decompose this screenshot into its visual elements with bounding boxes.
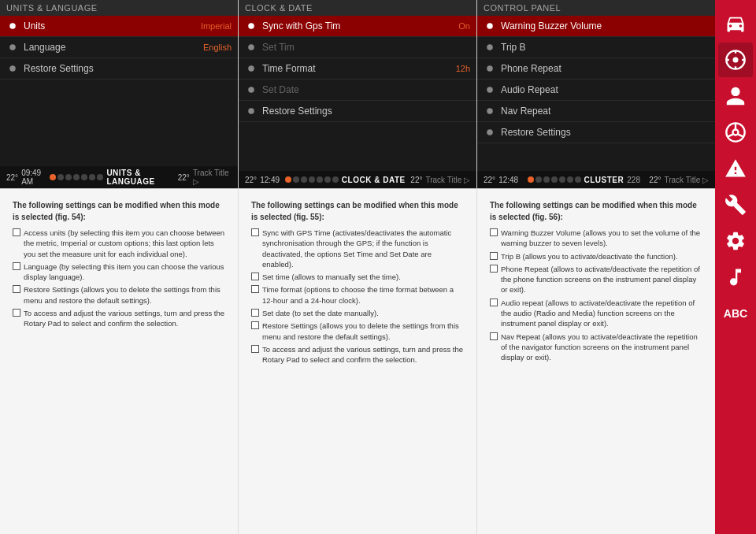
bullet-box-2 bbox=[251, 285, 259, 293]
main-content: Units & LanguageUnitsImperialLanguageEng… bbox=[0, 0, 715, 534]
menu-item-value-1: English bbox=[203, 43, 232, 52]
bullet-item-2-2: Phone Repeat (allows to activate/deactiv… bbox=[490, 264, 702, 295]
status-title: CLUSTER bbox=[584, 176, 624, 184]
bullet-text-0: Sync with GPS Time (activates/deactivate… bbox=[262, 228, 464, 269]
menu-item-text-0: Warning Buzzer Volume bbox=[501, 20, 709, 32]
menu-item-icon-4 bbox=[245, 105, 258, 117]
bullet-text-4: Restore Settings (allows you to delete t… bbox=[262, 321, 464, 342]
svg-point-5 bbox=[248, 65, 254, 72]
menu-item-icon-3 bbox=[484, 83, 496, 96]
menu-item-text-3: Audio Repeat bbox=[501, 84, 709, 95]
status-center: UNITS & LANGUAGE bbox=[50, 169, 177, 186]
dot-2 bbox=[543, 176, 550, 183]
bullet-item-2-0: Warning Buzzer Volume (allows you to set… bbox=[490, 228, 702, 249]
menu-item-clock-date-4[interactable]: Restore Settings bbox=[239, 101, 476, 122]
panel-title-clock-date: Clock & Date bbox=[239, 0, 476, 16]
status-dots bbox=[50, 174, 103, 180]
panel-cluster: Control panelWarning Buzzer VolumeTrip B… bbox=[477, 0, 715, 188]
menu-item-value-0: Imperial bbox=[201, 21, 232, 31]
bullet-text-2: Restore Settings (allows you to delete t… bbox=[24, 284, 225, 306]
svg-point-8 bbox=[487, 23, 493, 29]
top-panels: Units & LanguageUnitsImperialLanguageEng… bbox=[0, 0, 715, 189]
menu-item-icon-1 bbox=[484, 41, 496, 54]
wrench-icon[interactable] bbox=[718, 187, 753, 222]
bullet-item-1-4: Restore Settings (allows you to delete t… bbox=[251, 321, 464, 342]
panel-title-units-language: Units & Language bbox=[0, 0, 238, 16]
menu-item-icon-2 bbox=[484, 62, 496, 75]
dot-5 bbox=[324, 176, 331, 183]
dashboard-icon[interactable] bbox=[718, 43, 753, 77]
bullet-item-2-4: Nav Repeat (allows you to activate/deact… bbox=[490, 332, 702, 363]
dot-0 bbox=[50, 174, 56, 180]
bullet-item-1-2: Time format (options to choose the time … bbox=[251, 284, 464, 306]
bullet-text-0: Warning Buzzer Volume (allows you to set… bbox=[501, 228, 702, 249]
menu-item-icon-0 bbox=[484, 20, 496, 32]
svg-point-13 bbox=[487, 129, 493, 135]
menu-item-icon-2 bbox=[6, 62, 19, 75]
bullet-box-0 bbox=[13, 228, 20, 236]
menu-item-text-1: Language bbox=[24, 42, 203, 53]
menu-list-units-language: UnitsImperialLanguageEnglishRestore Sett… bbox=[0, 16, 238, 166]
bullet-text-3: Audio repeat (allows to activate/deactiv… bbox=[501, 298, 702, 329]
status-subtitle: 228 bbox=[627, 176, 640, 184]
menu-item-clock-date-1[interactable]: Set Tim bbox=[239, 37, 476, 58]
menu-item-cluster-5[interactable]: Restore Settings bbox=[477, 122, 715, 143]
bullet-text-3: To access and adjust the various setting… bbox=[24, 308, 225, 329]
status-bar-clock-date: 22°12:49CLOCK & DATE22°Track Title ▷ bbox=[239, 171, 476, 188]
bullet-text-1: Language (by selecting this item you can… bbox=[24, 261, 225, 283]
bullet-item-1-1: Set time (allows to manually set the tim… bbox=[251, 272, 464, 282]
person-icon[interactable] bbox=[718, 79, 753, 113]
menu-item-icon-4 bbox=[484, 105, 496, 117]
bullet-text-3: Set date (to set the date manually). bbox=[262, 308, 379, 318]
bullet-text-4: Nav Repeat (allows you to activate/deact… bbox=[501, 332, 702, 363]
dot-4 bbox=[81, 174, 87, 180]
menu-item-text-2: Time Format bbox=[262, 63, 456, 74]
dot-0 bbox=[528, 176, 534, 183]
menu-item-cluster-4[interactable]: Nav Repeat bbox=[477, 101, 715, 122]
status-bar-cluster: 22°12:48CLUSTER 22822°Track Title ▷ bbox=[477, 171, 715, 188]
music-icon[interactable] bbox=[718, 260, 753, 295]
menu-item-cluster-3[interactable]: Audio Repeat bbox=[477, 80, 715, 101]
menu-item-text-3: Set Date bbox=[262, 84, 470, 95]
temp-right: 22° bbox=[178, 173, 190, 182]
menu-item-text-2: Phone Repeat bbox=[501, 63, 709, 74]
bullet-box-0 bbox=[251, 228, 259, 236]
bullet-item-0-3: To access and adjust the various setting… bbox=[13, 308, 225, 329]
svg-point-15 bbox=[733, 57, 739, 63]
menu-item-clock-date-3[interactable]: Set Date bbox=[239, 80, 476, 101]
menu-list-cluster: Warning Buzzer VolumeTrip BPhone RepeatA… bbox=[477, 16, 715, 171]
menu-item-cluster-0[interactable]: Warning Buzzer Volume bbox=[477, 16, 715, 37]
menu-item-units-language-2[interactable]: Restore Settings bbox=[0, 58, 238, 80]
menu-item-units-language-1[interactable]: LanguageEnglish bbox=[0, 37, 238, 58]
menu-item-icon-0 bbox=[245, 20, 258, 32]
menu-item-units-language-0[interactable]: UnitsImperial bbox=[0, 16, 238, 37]
car-icon[interactable] bbox=[718, 6, 753, 41]
bullet-box-4 bbox=[490, 332, 498, 340]
svg-point-11 bbox=[487, 87, 493, 93]
dot-5 bbox=[89, 174, 95, 180]
menu-item-clock-date-0[interactable]: Sync with Gps TimOn bbox=[239, 16, 476, 37]
status-dots bbox=[285, 176, 339, 183]
gear-icon[interactable] bbox=[718, 224, 753, 258]
menu-item-icon-5 bbox=[484, 126, 496, 139]
svg-point-3 bbox=[248, 23, 254, 29]
abc-label: ABC bbox=[724, 307, 747, 320]
track-info: Track Title ▷ bbox=[193, 169, 232, 186]
menu-item-value-2: 12h bbox=[456, 64, 470, 73]
menu-item-clock-date-2[interactable]: Time Format12h bbox=[239, 58, 476, 80]
svg-point-12 bbox=[487, 108, 493, 114]
menu-item-cluster-2[interactable]: Phone Repeat bbox=[477, 58, 715, 80]
menu-item-cluster-1[interactable]: Trip B bbox=[477, 37, 715, 58]
abc-icon[interactable]: ABC bbox=[718, 296, 753, 331]
steering-icon[interactable] bbox=[718, 115, 753, 150]
dot-6 bbox=[332, 176, 339, 183]
dot-6 bbox=[97, 174, 103, 180]
bullet-text-0: Access units (by selecting this item you… bbox=[24, 228, 225, 259]
bullet-text-5: To access and adjust the various setting… bbox=[262, 344, 464, 365]
menu-item-text-1: Set Tim bbox=[262, 42, 470, 53]
warning-icon[interactable] bbox=[718, 151, 753, 186]
track-info: Track Title ▷ bbox=[425, 176, 470, 184]
status-title: CLOCK & DATE bbox=[342, 176, 406, 184]
menu-item-text-4: Nav Repeat bbox=[501, 106, 709, 117]
dot-5 bbox=[567, 176, 573, 183]
